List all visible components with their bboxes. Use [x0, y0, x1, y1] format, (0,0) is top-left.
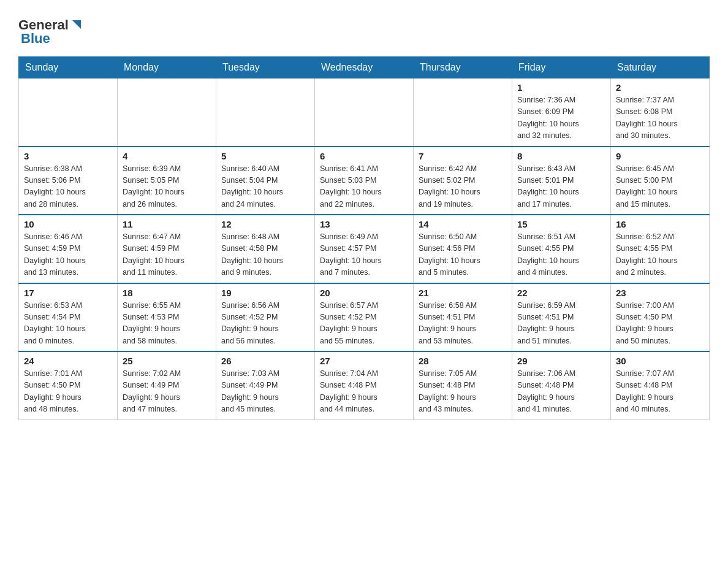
logo-part2: Blue	[18, 31, 50, 47]
calendar-cell: 5Sunrise: 6:40 AMSunset: 5:04 PMDaylight…	[216, 147, 315, 215]
calendar-cell: 10Sunrise: 6:46 AMSunset: 4:59 PMDayligh…	[19, 215, 118, 283]
day-info: Sunrise: 7:07 AMSunset: 4:48 PMDaylight:…	[616, 368, 704, 416]
weekday-header-row: SundayMondayTuesdayWednesdayThursdayFrid…	[19, 57, 710, 79]
day-number: 27	[320, 356, 408, 366]
calendar-cell: 8Sunrise: 6:43 AMSunset: 5:01 PMDaylight…	[512, 147, 611, 215]
day-number: 19	[221, 288, 309, 298]
logo: General Blue	[18, 12, 83, 47]
day-number: 21	[419, 288, 507, 298]
calendar-cell: 28Sunrise: 7:05 AMSunset: 4:48 PMDayligh…	[414, 351, 512, 419]
calendar-cell: 22Sunrise: 6:59 AMSunset: 4:51 PMDayligh…	[512, 283, 611, 352]
day-number: 8	[517, 151, 605, 161]
calendar-cell	[118, 79, 216, 147]
calendar-cell: 20Sunrise: 6:57 AMSunset: 4:52 PMDayligh…	[315, 283, 414, 352]
calendar-cell	[414, 79, 512, 147]
calendar-cell: 12Sunrise: 6:48 AMSunset: 4:58 PMDayligh…	[216, 215, 315, 283]
day-number: 29	[517, 356, 605, 366]
day-number: 16	[616, 219, 704, 229]
day-info: Sunrise: 6:51 AMSunset: 4:55 PMDaylight:…	[517, 231, 605, 279]
day-info: Sunrise: 7:05 AMSunset: 4:48 PMDaylight:…	[419, 368, 507, 416]
calendar-week-row: 3Sunrise: 6:38 AMSunset: 5:06 PMDaylight…	[19, 147, 710, 215]
weekday-header-wednesday: Wednesday	[315, 57, 414, 79]
day-info: Sunrise: 6:52 AMSunset: 4:55 PMDaylight:…	[616, 231, 704, 279]
day-info: Sunrise: 6:50 AMSunset: 4:56 PMDaylight:…	[419, 231, 507, 279]
day-number: 17	[24, 288, 112, 298]
day-number: 11	[123, 219, 211, 229]
day-info: Sunrise: 6:38 AMSunset: 5:06 PMDaylight:…	[24, 163, 112, 211]
day-number: 18	[123, 288, 211, 298]
calendar-cell: 11Sunrise: 6:47 AMSunset: 4:59 PMDayligh…	[118, 215, 216, 283]
calendar-cell	[216, 79, 315, 147]
calendar-cell: 6Sunrise: 6:41 AMSunset: 5:03 PMDaylight…	[315, 147, 414, 215]
day-info: Sunrise: 6:42 AMSunset: 5:02 PMDaylight:…	[419, 163, 507, 211]
day-info: Sunrise: 6:58 AMSunset: 4:51 PMDaylight:…	[419, 300, 507, 348]
calendar-cell: 18Sunrise: 6:55 AMSunset: 4:53 PMDayligh…	[118, 283, 216, 352]
day-number: 26	[221, 356, 309, 366]
weekday-header-friday: Friday	[512, 57, 611, 79]
calendar-week-row: 1Sunrise: 7:36 AMSunset: 6:09 PMDaylight…	[19, 79, 710, 147]
day-number: 4	[123, 151, 211, 161]
day-info: Sunrise: 7:00 AMSunset: 4:50 PMDaylight:…	[616, 300, 704, 348]
day-number: 23	[616, 288, 704, 298]
weekday-header-tuesday: Tuesday	[216, 57, 315, 79]
calendar-cell: 4Sunrise: 6:39 AMSunset: 5:05 PMDaylight…	[118, 147, 216, 215]
day-number: 28	[419, 356, 507, 366]
calendar-week-row: 10Sunrise: 6:46 AMSunset: 4:59 PMDayligh…	[19, 215, 710, 283]
day-info: Sunrise: 7:06 AMSunset: 4:48 PMDaylight:…	[517, 368, 605, 416]
day-info: Sunrise: 6:59 AMSunset: 4:51 PMDaylight:…	[517, 300, 605, 348]
day-info: Sunrise: 7:37 AMSunset: 6:08 PMDaylight:…	[616, 94, 704, 142]
calendar-cell: 15Sunrise: 6:51 AMSunset: 4:55 PMDayligh…	[512, 215, 611, 283]
day-number: 12	[221, 219, 309, 229]
day-number: 2	[616, 82, 704, 93]
day-number: 9	[616, 151, 704, 161]
calendar-cell: 14Sunrise: 6:50 AMSunset: 4:56 PMDayligh…	[414, 215, 512, 283]
calendar-cell: 21Sunrise: 6:58 AMSunset: 4:51 PMDayligh…	[414, 283, 512, 352]
calendar-cell: 19Sunrise: 6:56 AMSunset: 4:52 PMDayligh…	[216, 283, 315, 352]
calendar-cell: 13Sunrise: 6:49 AMSunset: 4:57 PMDayligh…	[315, 215, 414, 283]
day-number: 13	[320, 219, 408, 229]
calendar-cell: 7Sunrise: 6:42 AMSunset: 5:02 PMDaylight…	[414, 147, 512, 215]
day-number: 1	[517, 82, 605, 93]
day-number: 14	[419, 219, 507, 229]
weekday-header-saturday: Saturday	[611, 57, 710, 79]
calendar-week-row: 17Sunrise: 6:53 AMSunset: 4:54 PMDayligh…	[19, 283, 710, 352]
day-info: Sunrise: 6:41 AMSunset: 5:03 PMDaylight:…	[320, 163, 408, 211]
day-info: Sunrise: 6:48 AMSunset: 4:58 PMDaylight:…	[221, 231, 309, 279]
day-info: Sunrise: 6:49 AMSunset: 4:57 PMDaylight:…	[320, 231, 408, 279]
header: General Blue	[18, 12, 710, 47]
day-number: 25	[123, 356, 211, 366]
day-number: 7	[419, 151, 507, 161]
day-info: Sunrise: 6:53 AMSunset: 4:54 PMDaylight:…	[24, 300, 112, 348]
calendar-cell: 23Sunrise: 7:00 AMSunset: 4:50 PMDayligh…	[611, 283, 710, 352]
calendar-table: SundayMondayTuesdayWednesdayThursdayFrid…	[18, 56, 710, 420]
day-number: 3	[24, 151, 112, 161]
day-number: 30	[616, 356, 704, 366]
calendar-cell: 2Sunrise: 7:37 AMSunset: 6:08 PMDaylight…	[611, 79, 710, 147]
calendar-cell: 3Sunrise: 6:38 AMSunset: 5:06 PMDaylight…	[19, 147, 118, 215]
day-info: Sunrise: 6:57 AMSunset: 4:52 PMDaylight:…	[320, 300, 408, 348]
calendar-cell: 9Sunrise: 6:45 AMSunset: 5:00 PMDaylight…	[611, 147, 710, 215]
calendar-cell: 30Sunrise: 7:07 AMSunset: 4:48 PMDayligh…	[611, 351, 710, 419]
day-info: Sunrise: 7:01 AMSunset: 4:50 PMDaylight:…	[24, 368, 112, 416]
day-info: Sunrise: 7:03 AMSunset: 4:49 PMDaylight:…	[221, 368, 309, 416]
day-number: 20	[320, 288, 408, 298]
day-info: Sunrise: 6:46 AMSunset: 4:59 PMDaylight:…	[24, 231, 112, 279]
calendar-cell: 1Sunrise: 7:36 AMSunset: 6:09 PMDaylight…	[512, 79, 611, 147]
calendar-week-row: 24Sunrise: 7:01 AMSunset: 4:50 PMDayligh…	[19, 351, 710, 419]
day-info: Sunrise: 7:02 AMSunset: 4:49 PMDaylight:…	[123, 368, 211, 416]
calendar-cell	[19, 79, 118, 147]
logo-triangle-icon	[70, 18, 83, 31]
day-info: Sunrise: 7:04 AMSunset: 4:48 PMDaylight:…	[320, 368, 408, 416]
weekday-header-sunday: Sunday	[19, 57, 118, 79]
day-info: Sunrise: 6:45 AMSunset: 5:00 PMDaylight:…	[616, 163, 704, 211]
day-info: Sunrise: 6:43 AMSunset: 5:01 PMDaylight:…	[517, 163, 605, 211]
day-info: Sunrise: 6:55 AMSunset: 4:53 PMDaylight:…	[123, 300, 211, 348]
day-number: 6	[320, 151, 408, 161]
weekday-header-thursday: Thursday	[414, 57, 512, 79]
day-info: Sunrise: 6:47 AMSunset: 4:59 PMDaylight:…	[123, 231, 211, 279]
day-number: 15	[517, 219, 605, 229]
day-number: 10	[24, 219, 112, 229]
calendar-cell: 29Sunrise: 7:06 AMSunset: 4:48 PMDayligh…	[512, 351, 611, 419]
day-info: Sunrise: 6:40 AMSunset: 5:04 PMDaylight:…	[221, 163, 309, 211]
calendar-cell: 27Sunrise: 7:04 AMSunset: 4:48 PMDayligh…	[315, 351, 414, 419]
